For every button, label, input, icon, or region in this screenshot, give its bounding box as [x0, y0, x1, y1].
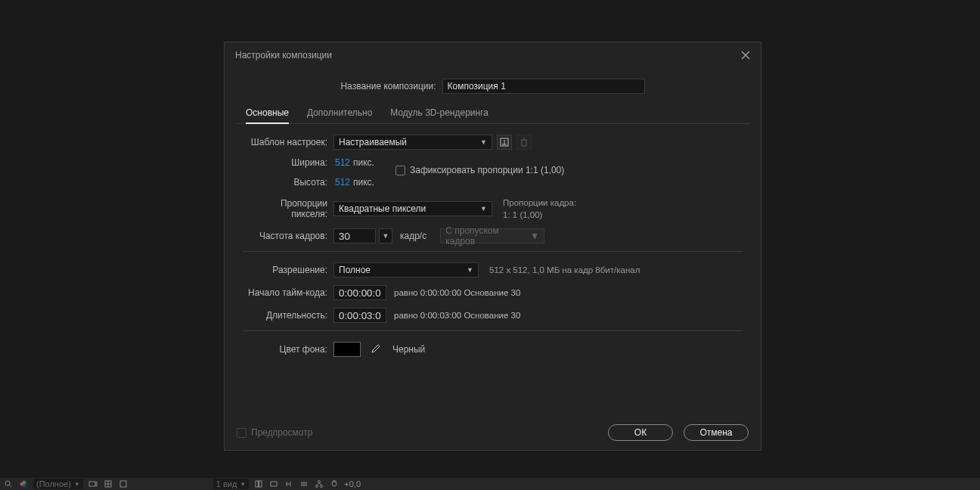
separator — [243, 330, 743, 331]
start-timecode-label: Начало тайм-кода: — [243, 287, 333, 298]
grid-icon[interactable] — [103, 479, 113, 489]
quality-select[interactable]: (Полное) ▼ — [33, 479, 83, 489]
svg-rect-10 — [271, 482, 277, 486]
par-select[interactable]: Квадратные пиксели ▼ — [333, 201, 492, 216]
lock-aspect-checkbox[interactable] — [395, 166, 405, 175]
view-select[interactable]: 1 вид ▼ — [213, 479, 250, 489]
duration-info: равно 0:00:03:00 Основание 30 — [394, 311, 520, 320]
bg-color-swatch[interactable] — [333, 342, 361, 357]
framerate-dropdown[interactable]: ▼ — [379, 228, 392, 243]
start-timecode-input[interactable] — [333, 285, 386, 300]
flowchart-icon[interactable] — [314, 479, 324, 489]
trash-icon — [516, 135, 532, 150]
save-preset-icon[interactable] — [497, 135, 512, 150]
start-timecode-info: равно 0:00:00:00 Основание 30 — [394, 288, 520, 297]
svg-point-11 — [318, 481, 321, 483]
preview-checkbox — [237, 428, 247, 438]
resolution-info: 512 x 512, 1,0 МБ на кадр 8бит/канал — [489, 265, 640, 274]
chevron-down-icon: ▼ — [467, 266, 473, 274]
chevron-down-icon: ▼ — [480, 205, 487, 212]
preview-label: Предпросмотр — [251, 427, 312, 438]
cancel-button[interactable]: Отмена — [684, 424, 749, 441]
chevron-down-icon: ▼ — [480, 138, 487, 146]
width-value[interactable]: 512 — [333, 157, 352, 168]
share-view-icon[interactable] — [253, 479, 264, 489]
svg-rect-7 — [120, 481, 126, 487]
bg-color-name: Черный — [392, 344, 425, 355]
svg-point-1 — [5, 481, 10, 485]
par-label: Пропорции пикселя: — [243, 198, 333, 219]
exposure-value[interactable]: +0,0 — [344, 479, 361, 488]
color-mgmt-icon[interactable] — [18, 479, 29, 489]
magnify-icon[interactable] — [3, 479, 14, 489]
svg-rect-5 — [89, 482, 95, 486]
preset-label: Шаблон настроек: — [243, 137, 333, 147]
dropframe-select: С пропуском кадров ▼ — [440, 228, 544, 243]
framerate-label: Частота кадров: — [243, 231, 333, 241]
ok-button[interactable]: ОК — [608, 424, 673, 441]
tab-advanced[interactable]: Дополнительно — [307, 101, 372, 123]
width-label: Ширина: — [243, 157, 333, 168]
exposure-reset-icon[interactable] — [329, 479, 340, 489]
frame-aspect: Пропорции кадра: 1: 1 (1,00) — [503, 197, 576, 221]
camera-icon[interactable] — [88, 479, 98, 489]
bg-color-label: Цвет фона: — [243, 344, 333, 355]
preset-select[interactable]: Настраиваемый ▼ — [333, 135, 492, 150]
duration-label: Длительность: — [243, 310, 333, 321]
eyedropper-icon[interactable] — [368, 343, 382, 356]
svg-point-12 — [316, 485, 318, 488]
tab-3d-renderer[interactable]: Модуль 3D-рендеринга — [390, 101, 488, 123]
framerate-unit: кадр/с — [400, 231, 426, 241]
fast-preview-icon[interactable] — [284, 479, 294, 489]
resolution-select[interactable]: Полное ▼ — [333, 262, 479, 278]
comp-name-input[interactable] — [442, 79, 645, 94]
timeline-icon[interactable] — [299, 479, 309, 489]
pixel-aspect-icon[interactable] — [268, 479, 279, 489]
lock-aspect-label: Зафиксировать пропорции 1:1 (1,00) — [410, 165, 564, 175]
framerate-input[interactable] — [333, 228, 376, 243]
height-label: Высота: — [243, 177, 333, 188]
tab-basic[interactable]: Основные — [246, 101, 289, 124]
close-icon[interactable] — [741, 51, 750, 60]
duration-input[interactable] — [333, 308, 386, 323]
dialog-title: Настройки композиции — [235, 50, 332, 60]
tabs: Основные Дополнительно Модуль 3D-рендери… — [235, 101, 750, 124]
chevron-down-icon: ▼ — [240, 481, 246, 488]
svg-rect-9 — [259, 481, 262, 487]
viewer-bottom-bar: (Полное) ▼ 1 вид ▼ +0,0 — [0, 478, 980, 490]
comp-name-label: Название композиции: — [340, 81, 436, 91]
width-unit: пикс. — [353, 157, 374, 168]
separator — [243, 251, 743, 252]
chevron-down-icon: ▼ — [74, 481, 80, 488]
resolution-label: Разрешение: — [243, 265, 333, 275]
chevron-down-icon: ▼ — [530, 231, 539, 241]
height-value[interactable]: 512 — [333, 177, 352, 188]
svg-rect-8 — [256, 481, 259, 487]
height-unit: пикс. — [353, 177, 374, 188]
svg-point-4 — [23, 484, 26, 488]
svg-point-13 — [321, 485, 323, 488]
svg-point-14 — [332, 482, 336, 486]
mask-icon[interactable] — [118, 479, 129, 489]
composition-settings-dialog: Настройки композиции Название композиции… — [224, 42, 761, 451]
